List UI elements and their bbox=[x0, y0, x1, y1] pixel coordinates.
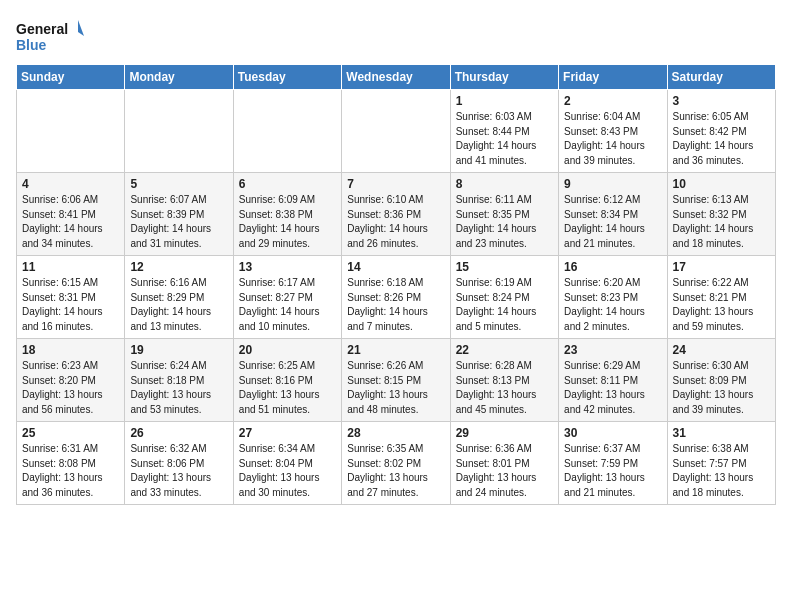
day-number: 8 bbox=[456, 177, 553, 191]
day-info: Sunrise: 6:17 AM Sunset: 8:27 PM Dayligh… bbox=[239, 276, 336, 334]
day-number: 23 bbox=[564, 343, 661, 357]
header-cell-saturday: Saturday bbox=[667, 65, 775, 90]
day-info: Sunrise: 6:05 AM Sunset: 8:42 PM Dayligh… bbox=[673, 110, 770, 168]
day-info: Sunrise: 6:09 AM Sunset: 8:38 PM Dayligh… bbox=[239, 193, 336, 251]
day-number: 7 bbox=[347, 177, 444, 191]
day-number: 22 bbox=[456, 343, 553, 357]
logo-svg: General Blue bbox=[16, 16, 86, 56]
day-info: Sunrise: 6:13 AM Sunset: 8:32 PM Dayligh… bbox=[673, 193, 770, 251]
day-number: 17 bbox=[673, 260, 770, 274]
day-info: Sunrise: 6:06 AM Sunset: 8:41 PM Dayligh… bbox=[22, 193, 119, 251]
day-info: Sunrise: 6:32 AM Sunset: 8:06 PM Dayligh… bbox=[130, 442, 227, 500]
day-cell: 26Sunrise: 6:32 AM Sunset: 8:06 PM Dayli… bbox=[125, 422, 233, 505]
day-info: Sunrise: 6:10 AM Sunset: 8:36 PM Dayligh… bbox=[347, 193, 444, 251]
day-cell: 28Sunrise: 6:35 AM Sunset: 8:02 PM Dayli… bbox=[342, 422, 450, 505]
day-cell: 20Sunrise: 6:25 AM Sunset: 8:16 PM Dayli… bbox=[233, 339, 341, 422]
day-cell bbox=[342, 90, 450, 173]
day-info: Sunrise: 6:07 AM Sunset: 8:39 PM Dayligh… bbox=[130, 193, 227, 251]
day-cell: 7Sunrise: 6:10 AM Sunset: 8:36 PM Daylig… bbox=[342, 173, 450, 256]
day-cell: 11Sunrise: 6:15 AM Sunset: 8:31 PM Dayli… bbox=[17, 256, 125, 339]
day-number: 16 bbox=[564, 260, 661, 274]
day-number: 26 bbox=[130, 426, 227, 440]
day-number: 10 bbox=[673, 177, 770, 191]
day-cell bbox=[125, 90, 233, 173]
day-info: Sunrise: 6:35 AM Sunset: 8:02 PM Dayligh… bbox=[347, 442, 444, 500]
day-cell: 24Sunrise: 6:30 AM Sunset: 8:09 PM Dayli… bbox=[667, 339, 775, 422]
day-cell: 25Sunrise: 6:31 AM Sunset: 8:08 PM Dayli… bbox=[17, 422, 125, 505]
day-info: Sunrise: 6:38 AM Sunset: 7:57 PM Dayligh… bbox=[673, 442, 770, 500]
day-info: Sunrise: 6:28 AM Sunset: 8:13 PM Dayligh… bbox=[456, 359, 553, 417]
day-info: Sunrise: 6:03 AM Sunset: 8:44 PM Dayligh… bbox=[456, 110, 553, 168]
header-cell-friday: Friday bbox=[559, 65, 667, 90]
svg-marker-2 bbox=[78, 20, 84, 36]
day-info: Sunrise: 6:11 AM Sunset: 8:35 PM Dayligh… bbox=[456, 193, 553, 251]
day-number: 31 bbox=[673, 426, 770, 440]
header-cell-monday: Monday bbox=[125, 65, 233, 90]
day-info: Sunrise: 6:29 AM Sunset: 8:11 PM Dayligh… bbox=[564, 359, 661, 417]
day-cell: 2Sunrise: 6:04 AM Sunset: 8:43 PM Daylig… bbox=[559, 90, 667, 173]
day-cell: 27Sunrise: 6:34 AM Sunset: 8:04 PM Dayli… bbox=[233, 422, 341, 505]
day-cell: 21Sunrise: 6:26 AM Sunset: 8:15 PM Dayli… bbox=[342, 339, 450, 422]
day-cell: 22Sunrise: 6:28 AM Sunset: 8:13 PM Dayli… bbox=[450, 339, 558, 422]
day-number: 3 bbox=[673, 94, 770, 108]
day-cell bbox=[17, 90, 125, 173]
calendar-table: SundayMondayTuesdayWednesdayThursdayFrid… bbox=[16, 64, 776, 505]
day-info: Sunrise: 6:37 AM Sunset: 7:59 PM Dayligh… bbox=[564, 442, 661, 500]
header-cell-thursday: Thursday bbox=[450, 65, 558, 90]
day-number: 1 bbox=[456, 94, 553, 108]
header-cell-tuesday: Tuesday bbox=[233, 65, 341, 90]
day-info: Sunrise: 6:22 AM Sunset: 8:21 PM Dayligh… bbox=[673, 276, 770, 334]
day-cell: 1Sunrise: 6:03 AM Sunset: 8:44 PM Daylig… bbox=[450, 90, 558, 173]
day-cell bbox=[233, 90, 341, 173]
day-number: 15 bbox=[456, 260, 553, 274]
week-row-1: 1Sunrise: 6:03 AM Sunset: 8:44 PM Daylig… bbox=[17, 90, 776, 173]
day-info: Sunrise: 6:26 AM Sunset: 8:15 PM Dayligh… bbox=[347, 359, 444, 417]
day-number: 28 bbox=[347, 426, 444, 440]
week-row-4: 18Sunrise: 6:23 AM Sunset: 8:20 PM Dayli… bbox=[17, 339, 776, 422]
calendar-header-row: SundayMondayTuesdayWednesdayThursdayFrid… bbox=[17, 65, 776, 90]
day-number: 4 bbox=[22, 177, 119, 191]
day-cell: 16Sunrise: 6:20 AM Sunset: 8:23 PM Dayli… bbox=[559, 256, 667, 339]
day-cell: 13Sunrise: 6:17 AM Sunset: 8:27 PM Dayli… bbox=[233, 256, 341, 339]
day-cell: 15Sunrise: 6:19 AM Sunset: 8:24 PM Dayli… bbox=[450, 256, 558, 339]
day-cell: 23Sunrise: 6:29 AM Sunset: 8:11 PM Dayli… bbox=[559, 339, 667, 422]
day-cell: 6Sunrise: 6:09 AM Sunset: 8:38 PM Daylig… bbox=[233, 173, 341, 256]
day-info: Sunrise: 6:15 AM Sunset: 8:31 PM Dayligh… bbox=[22, 276, 119, 334]
day-cell: 3Sunrise: 6:05 AM Sunset: 8:42 PM Daylig… bbox=[667, 90, 775, 173]
page-header: General Blue bbox=[16, 16, 776, 56]
day-info: Sunrise: 6:19 AM Sunset: 8:24 PM Dayligh… bbox=[456, 276, 553, 334]
day-number: 20 bbox=[239, 343, 336, 357]
day-cell: 18Sunrise: 6:23 AM Sunset: 8:20 PM Dayli… bbox=[17, 339, 125, 422]
logo: General Blue bbox=[16, 16, 86, 56]
day-info: Sunrise: 6:04 AM Sunset: 8:43 PM Dayligh… bbox=[564, 110, 661, 168]
week-row-2: 4Sunrise: 6:06 AM Sunset: 8:41 PM Daylig… bbox=[17, 173, 776, 256]
day-number: 18 bbox=[22, 343, 119, 357]
day-info: Sunrise: 6:12 AM Sunset: 8:34 PM Dayligh… bbox=[564, 193, 661, 251]
day-info: Sunrise: 6:16 AM Sunset: 8:29 PM Dayligh… bbox=[130, 276, 227, 334]
svg-text:General: General bbox=[16, 21, 68, 37]
day-info: Sunrise: 6:30 AM Sunset: 8:09 PM Dayligh… bbox=[673, 359, 770, 417]
day-number: 11 bbox=[22, 260, 119, 274]
day-number: 13 bbox=[239, 260, 336, 274]
day-info: Sunrise: 6:18 AM Sunset: 8:26 PM Dayligh… bbox=[347, 276, 444, 334]
day-cell: 29Sunrise: 6:36 AM Sunset: 8:01 PM Dayli… bbox=[450, 422, 558, 505]
day-info: Sunrise: 6:25 AM Sunset: 8:16 PM Dayligh… bbox=[239, 359, 336, 417]
day-number: 19 bbox=[130, 343, 227, 357]
day-cell: 19Sunrise: 6:24 AM Sunset: 8:18 PM Dayli… bbox=[125, 339, 233, 422]
day-number: 21 bbox=[347, 343, 444, 357]
header-cell-sunday: Sunday bbox=[17, 65, 125, 90]
day-number: 9 bbox=[564, 177, 661, 191]
svg-text:Blue: Blue bbox=[16, 37, 47, 53]
day-info: Sunrise: 6:34 AM Sunset: 8:04 PM Dayligh… bbox=[239, 442, 336, 500]
day-number: 14 bbox=[347, 260, 444, 274]
day-number: 6 bbox=[239, 177, 336, 191]
day-cell: 10Sunrise: 6:13 AM Sunset: 8:32 PM Dayli… bbox=[667, 173, 775, 256]
day-number: 5 bbox=[130, 177, 227, 191]
day-info: Sunrise: 6:23 AM Sunset: 8:20 PM Dayligh… bbox=[22, 359, 119, 417]
day-cell: 17Sunrise: 6:22 AM Sunset: 8:21 PM Dayli… bbox=[667, 256, 775, 339]
day-number: 25 bbox=[22, 426, 119, 440]
day-number: 29 bbox=[456, 426, 553, 440]
day-cell: 8Sunrise: 6:11 AM Sunset: 8:35 PM Daylig… bbox=[450, 173, 558, 256]
header-cell-wednesday: Wednesday bbox=[342, 65, 450, 90]
day-number: 30 bbox=[564, 426, 661, 440]
